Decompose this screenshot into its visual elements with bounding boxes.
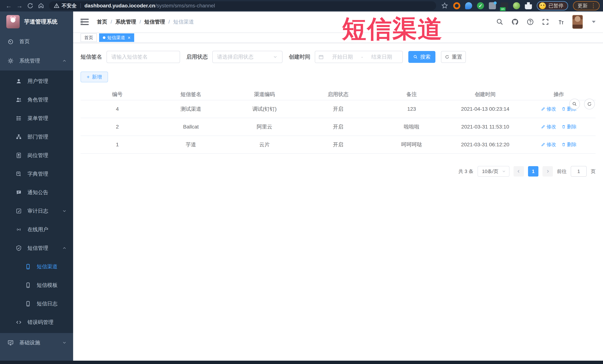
phone-icon bbox=[25, 301, 31, 307]
reset-button[interactable]: 重置 bbox=[441, 51, 466, 63]
browser-menu-kebab-icon[interactable]: ⋮ bbox=[591, 3, 596, 9]
status-select[interactable]: 请选择启用状态 bbox=[212, 51, 282, 63]
extension-icon-on-badge[interactable] bbox=[501, 2, 508, 9]
sidebar-item-audit-log[interactable]: 审计日志 bbox=[0, 202, 73, 220]
page-number-current[interactable]: 1 bbox=[528, 166, 538, 176]
col-sign: 短信签名 bbox=[154, 89, 228, 100]
cell-id: 1 bbox=[81, 136, 154, 154]
sidebar-item-label: 系统管理 bbox=[19, 57, 40, 64]
sidebar-item-label: 短信日志 bbox=[37, 300, 58, 307]
cell-sign: Ballcat bbox=[154, 118, 228, 136]
breadcrumb-separator: / bbox=[111, 19, 112, 25]
sidebar-item-posts[interactable]: 岗位管理 bbox=[0, 146, 73, 165]
reset-button-label: 重置 bbox=[452, 53, 462, 60]
caret-down-icon[interactable] bbox=[592, 21, 596, 23]
breadcrumb-home[interactable]: 首页 bbox=[97, 18, 107, 25]
tab-sms-channel[interactable]: 短信渠道 × bbox=[99, 33, 134, 42]
extension-icon-grid[interactable] bbox=[489, 2, 496, 9]
chevron-left-icon bbox=[516, 169, 521, 174]
cell-id: 2 bbox=[81, 118, 154, 136]
sidebar-item-infrastructure[interactable]: 基础设施 bbox=[0, 333, 73, 352]
close-icon[interactable]: × bbox=[127, 35, 130, 40]
sidebar-item-departments[interactable]: 部门管理 bbox=[0, 128, 73, 146]
refresh-table-button[interactable] bbox=[584, 99, 595, 110]
sidebar: 芋道管理系统 首页 系统管理 用户管理 角色管理 菜单管理 bbox=[0, 11, 73, 361]
fullscreen-icon[interactable] bbox=[542, 18, 549, 26]
delete-link[interactable]: 删除 bbox=[561, 141, 577, 148]
start-date-placeholder[interactable]: 开始日期 bbox=[325, 53, 360, 60]
sidebar-item-home[interactable]: 首页 bbox=[0, 32, 73, 51]
edit-link[interactable]: 修改 bbox=[541, 141, 556, 148]
extension-icon-green-check[interactable]: ✓ bbox=[477, 2, 484, 9]
cell-code: 调试(钉钉) bbox=[228, 100, 301, 118]
url-path: /system/sms/sms-channel bbox=[155, 3, 215, 9]
toggle-search-button[interactable] bbox=[569, 99, 580, 110]
extensions-puzzle-icon[interactable] bbox=[525, 2, 532, 9]
sidebar-item-sms[interactable]: 短信管理 bbox=[0, 239, 73, 257]
bookmark-star-icon[interactable] bbox=[441, 2, 448, 10]
cell-remark: 呵呵呵哒 bbox=[375, 136, 448, 154]
extension-icon-orange[interactable] bbox=[453, 2, 460, 9]
cell-created: 2021-03-31 06:12:20 bbox=[448, 136, 522, 154]
sidebar-item-label: 审计日志 bbox=[27, 208, 48, 215]
status-placeholder: 请选择启用状态 bbox=[217, 53, 254, 60]
breadcrumb-system[interactable]: 系统管理 bbox=[116, 18, 136, 25]
sidebar-item-sms-channel[interactable]: 短信渠道 bbox=[0, 257, 73, 276]
end-date-placeholder[interactable]: 结束日期 bbox=[364, 53, 399, 60]
refresh-icon bbox=[445, 55, 450, 59]
sidebar-item-users[interactable]: 用户管理 bbox=[0, 72, 73, 90]
edit-link[interactable]: 修改 bbox=[541, 123, 556, 130]
sidebar-item-system[interactable]: 系统管理 bbox=[0, 51, 73, 70]
not-secure-warning[interactable]: 不安全 bbox=[54, 2, 77, 9]
org-tree-icon bbox=[16, 134, 22, 140]
cell-status: 开启 bbox=[301, 118, 375, 136]
sidebar-toggle-icon[interactable] bbox=[81, 18, 89, 26]
goto-page-input[interactable]: 1 bbox=[571, 166, 587, 177]
page-size-select[interactable]: 10条/页 bbox=[477, 166, 510, 177]
browser-reload-icon[interactable] bbox=[25, 2, 36, 9]
search-button[interactable]: 搜索 bbox=[408, 51, 435, 63]
next-page-button[interactable] bbox=[543, 166, 553, 176]
extension-icon-blue-drop[interactable] bbox=[465, 2, 472, 9]
breadcrumb-sms[interactable]: 短信管理 bbox=[144, 18, 165, 25]
sidebar-item-roles[interactable]: 角色管理 bbox=[0, 90, 73, 109]
table-row: 4 测试渠道 调试(钉钉) 开启 123 2021-04-13 00:23:14… bbox=[81, 100, 596, 118]
edit-link[interactable]: 修改 bbox=[541, 106, 556, 112]
prev-page-button[interactable] bbox=[513, 166, 524, 176]
tags-view-bar: 首页 短信渠道 × bbox=[73, 33, 603, 43]
font-size-icon[interactable] bbox=[557, 18, 564, 26]
sidebar-item-error-codes[interactable]: 错误码管理 bbox=[0, 313, 73, 331]
search-icon bbox=[413, 55, 418, 59]
browser-back-icon[interactable]: ← bbox=[3, 2, 14, 10]
table-toolbar-icons bbox=[569, 99, 595, 110]
add-button[interactable]: + 新增 bbox=[81, 72, 108, 82]
search-form: 短信签名 请输入短信签名 启用状态 请选择启用状态 创建时间 开始日期 - 结束… bbox=[81, 51, 596, 63]
sidebar-item-announcements[interactable]: 通知公告 bbox=[0, 183, 73, 202]
sidebar-item-online-users[interactable]: 在线用户 bbox=[0, 220, 73, 239]
sidebar-item-dictionary[interactable]: 字典管理 bbox=[0, 165, 73, 183]
profile-paused-badge[interactable]: 已暂停 bbox=[537, 1, 568, 10]
sidebar-item-menus[interactable]: 菜单管理 bbox=[0, 109, 73, 128]
table-header-row: 编号 短信签名 渠道编码 启用状态 备注 创建时间 操作 bbox=[81, 89, 596, 100]
browser-forward-icon[interactable]: → bbox=[14, 2, 25, 10]
chrome-update-button[interactable]: 更新 ⋮ bbox=[573, 1, 600, 10]
delete-link[interactable]: 删除 bbox=[561, 123, 577, 130]
extension-icon-green[interactable] bbox=[513, 2, 520, 9]
browser-home-icon[interactable] bbox=[36, 2, 46, 9]
breadcrumb-current: 短信渠道 bbox=[173, 18, 194, 25]
user-avatar[interactable] bbox=[572, 15, 583, 29]
app-logo-row[interactable]: 芋道管理系统 bbox=[0, 11, 73, 32]
github-icon[interactable] bbox=[511, 18, 519, 26]
tab-home[interactable]: 首页 bbox=[81, 33, 97, 42]
help-icon[interactable] bbox=[527, 18, 534, 26]
address-bar[interactable]: 不安全 dashboard.yudao.iocoder.cn /system/s… bbox=[49, 1, 436, 10]
date-range-picker[interactable]: 开始日期 - 结束日期 bbox=[315, 51, 403, 63]
search-icon[interactable] bbox=[496, 18, 504, 26]
sidebar-item-sms-log[interactable]: 短信日志 bbox=[0, 295, 73, 313]
sign-input[interactable]: 请输入短信签名 bbox=[106, 51, 180, 63]
add-button-label: 新增 bbox=[92, 74, 102, 80]
cell-status: 开启 bbox=[301, 136, 375, 154]
sidebar-item-label: 短信管理 bbox=[27, 245, 48, 252]
sidebar-item-sms-template[interactable]: 短信模板 bbox=[0, 276, 73, 295]
status-label: 启用状态 bbox=[186, 53, 208, 61]
